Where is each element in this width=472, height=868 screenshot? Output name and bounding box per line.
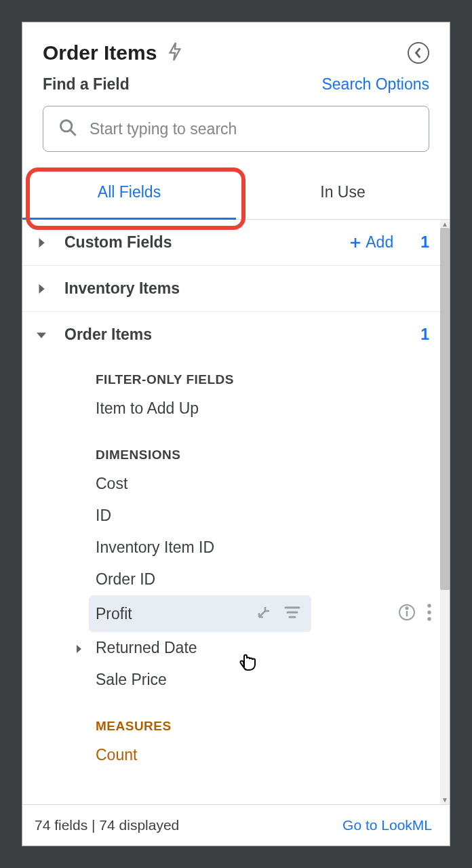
section-custom-fields-label: Custom Fields [64,233,349,252]
chevron-right-icon [35,238,48,248]
field-order-id[interactable]: Order ID [22,564,450,595]
tabs: All Fields In Use [22,165,450,220]
section-order-items-label: Order Items [64,326,420,344]
title-area: Order Items [43,41,182,64]
search-icon [58,118,77,140]
tab-in-use[interactable]: In Use [236,165,450,219]
plus-icon [349,237,361,249]
kebab-menu-icon[interactable] [427,604,432,624]
add-label: Add [366,233,393,252]
field-picker-panel: Order Items Find a Field Search Options … [22,22,450,846]
section-inventory-items[interactable]: Inventory Items [22,266,450,312]
panel-title: Order Items [43,41,157,64]
custom-fields-count: 1 [420,233,429,252]
svg-point-0 [61,121,72,132]
svg-point-10 [427,604,431,608]
search-options-link[interactable]: Search Options [321,75,429,94]
order-items-count: 1 [420,326,429,344]
footer-status: 74 fields | 74 displayed [35,817,179,833]
filter-icon[interactable] [284,605,300,623]
tab-all-fields[interactable]: All Fields [22,165,236,219]
field-profit[interactable]: Profit [89,595,311,632]
field-list: Custom Fields Add 1 Inventory Items Orde… [22,220,450,804]
footer: 74 fields | 74 displayed Go to LookML [22,804,450,846]
group-measures: MEASURES [22,696,450,739]
field-cost[interactable]: Cost [22,468,450,500]
field-returned-date-label: Returned Date [96,639,197,657]
group-dimensions: DIMENSIONS [22,425,450,468]
field-hover-actions [256,604,304,624]
svg-point-12 [427,617,431,620]
panel-header: Order Items [22,22,450,75]
svg-point-11 [427,610,431,614]
pivot-icon[interactable] [256,604,272,624]
collapse-panel-button[interactable] [408,42,429,64]
field-item-to-add-up[interactable]: Item to Add Up [22,393,450,425]
svg-point-9 [406,608,408,610]
group-filter-only: FILTER-ONLY FIELDS [22,357,450,393]
svg-line-1 [71,130,76,136]
section-inventory-items-label: Inventory Items [64,279,429,298]
info-icon[interactable] [398,604,416,624]
search-input[interactable] [90,120,414,138]
field-profit-label: Profit [96,605,132,623]
search-labels: Find a Field Search Options [43,75,429,94]
scroll-down-arrow[interactable]: ▼ [441,796,448,804]
add-custom-field-button[interactable]: Add [349,233,393,252]
chevron-right-icon [35,284,48,294]
field-sale-price[interactable]: Sale Price [22,664,450,696]
search-section: Find a Field Search Options [22,75,450,165]
section-custom-fields[interactable]: Custom Fields Add 1 [22,220,450,266]
go-to-lookml-link[interactable]: Go to LookML [342,817,432,833]
scrollbar-thumb[interactable] [440,228,450,590]
field-count[interactable]: Count [22,739,450,771]
field-id[interactable]: ID [22,500,450,532]
scrollbar-track[interactable]: ▲ ▼ [440,220,450,804]
section-order-items[interactable]: Order Items 1 [22,312,450,357]
lightning-icon[interactable] [168,41,182,64]
field-inventory-item-id[interactable]: Inventory Item ID [22,532,450,564]
chevron-down-icon [35,331,48,339]
search-input-wrapper[interactable] [43,106,429,152]
chevron-right-icon [75,639,96,657]
tab-all-fields-label: All Fields [98,183,161,201]
field-returned-date[interactable]: Returned Date [22,632,450,664]
scroll-up-arrow[interactable]: ▲ [441,220,448,228]
tab-in-use-label: In Use [320,183,365,201]
find-field-label: Find a Field [43,75,130,94]
